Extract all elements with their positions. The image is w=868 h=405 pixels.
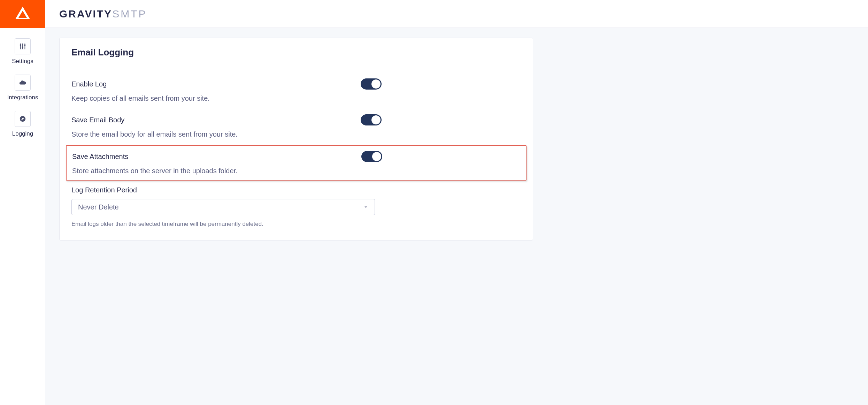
sidebar-item-logging[interactable]: Logging	[12, 111, 33, 137]
setting-save-email-body: Save Email Body Store the email body for…	[66, 109, 527, 143]
sidebar: Settings Integrations Logging	[0, 0, 45, 405]
setting-log-retention: Log Retention Period Never Delete Email …	[66, 183, 527, 230]
select-value: Never Delete	[78, 203, 119, 211]
wrench-circle-icon	[15, 111, 31, 127]
brand-light: SMTP	[112, 8, 147, 20]
log-retention-select[interactable]: Never Delete	[71, 199, 375, 215]
setting-description: Store attachments on the server in the u…	[72, 167, 520, 175]
brand-name: GRAVITYSMTP	[59, 8, 147, 20]
card-title: Email Logging	[71, 47, 521, 58]
toggle-save-attachments[interactable]	[361, 151, 382, 162]
gravity-logo-icon	[14, 5, 31, 23]
setting-enable-log: Enable Log Keep copies of all emails sen…	[66, 74, 527, 107]
cloud-icon	[15, 75, 31, 91]
svg-rect-1	[22, 44, 23, 49]
select-help-text: Email logs older than the selected timef…	[71, 221, 521, 228]
sidebar-item-label: Integrations	[7, 94, 38, 101]
svg-rect-0	[20, 44, 21, 49]
setting-label: Save Attachments	[72, 153, 128, 161]
sidebar-item-label: Logging	[12, 130, 33, 137]
svg-point-5	[24, 44, 25, 46]
brand-strong: GRAVITY	[59, 8, 112, 20]
chevron-down-icon	[363, 204, 369, 210]
setting-description: Keep copies of all emails sent from your…	[71, 94, 521, 102]
svg-point-3	[20, 44, 21, 46]
card-header: Email Logging	[60, 38, 533, 67]
sidebar-item-integrations[interactable]: Integrations	[7, 75, 38, 101]
select-label: Log Retention Period	[71, 186, 521, 194]
card-body: Enable Log Keep copies of all emails sen…	[60, 67, 533, 240]
setting-label: Save Email Body	[71, 116, 124, 124]
sidebar-nav: Settings Integrations Logging	[7, 28, 38, 137]
brand-logo	[0, 0, 45, 28]
setting-label: Enable Log	[71, 80, 107, 88]
toggle-save-email-body[interactable]	[361, 114, 382, 125]
svg-rect-2	[25, 44, 25, 49]
main: GRAVITYSMTP Email Logging Enable Log Kee…	[45, 0, 868, 405]
settings-card: Email Logging Enable Log Keep copies of …	[59, 38, 533, 240]
content: Email Logging Enable Log Keep copies of …	[45, 28, 868, 254]
header: GRAVITYSMTP	[45, 0, 868, 28]
setting-description: Store the email body for all emails sent…	[71, 130, 521, 138]
toggle-enable-log[interactable]	[361, 78, 382, 90]
sidebar-item-settings[interactable]: Settings	[12, 38, 33, 65]
sidebar-item-label: Settings	[12, 58, 33, 65]
svg-point-4	[22, 47, 23, 48]
setting-save-attachments: Save Attachments Store attachments on th…	[66, 145, 527, 181]
sliders-icon	[15, 38, 31, 54]
